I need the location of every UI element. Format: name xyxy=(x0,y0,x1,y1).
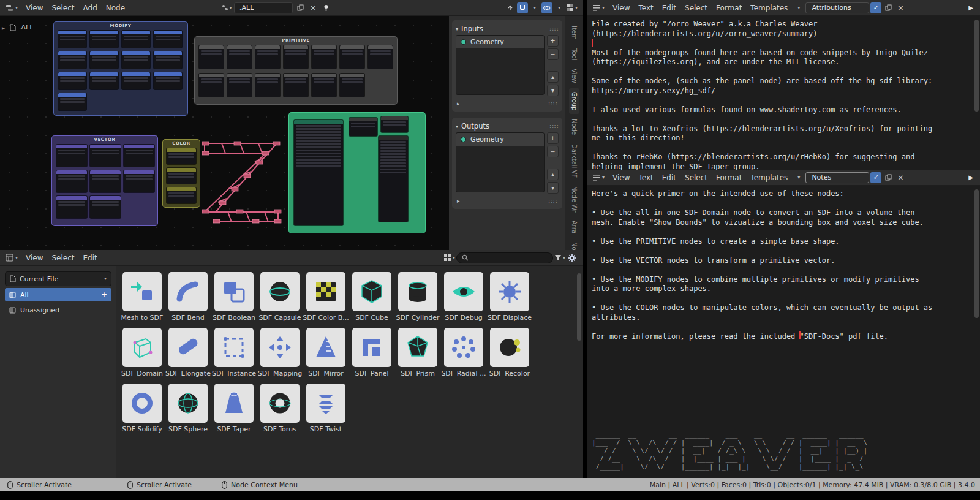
asset-sdf-panel[interactable]: SDF Panel xyxy=(352,328,391,377)
region-expand-arrow[interactable]: ▸ xyxy=(2,25,5,31)
node[interactable] xyxy=(227,74,252,97)
socket-list[interactable]: Geometry xyxy=(456,132,545,192)
sidebar-tab-tool[interactable]: Tool xyxy=(569,45,579,64)
asset-sdf-sphere[interactable]: SDF Sphere xyxy=(168,384,208,433)
asset-sdf-boolean[interactable]: SDF Boolean xyxy=(214,272,254,322)
node[interactable] xyxy=(381,116,408,132)
node[interactable] xyxy=(56,170,87,192)
editor-type-button[interactable]: ▾ xyxy=(590,172,607,183)
menu-text2-format[interactable]: Format xyxy=(712,172,746,184)
asset-sdf-radial[interactable]: SDF Radial ... xyxy=(444,328,483,377)
node[interactable] xyxy=(58,93,86,110)
scrollbar[interactable] xyxy=(974,189,979,318)
asset-sdf-debug[interactable]: SDF Debug xyxy=(444,272,483,322)
asset-sdf-instance[interactable]: SDF Instance xyxy=(214,328,254,377)
copy-icon[interactable] xyxy=(883,172,894,183)
menu-node-node[interactable]: Node xyxy=(102,2,129,14)
catalog-all[interactable]: All+ xyxy=(5,288,111,301)
menu-text1-format[interactable]: Format xyxy=(712,2,746,14)
add-catalog-button[interactable]: + xyxy=(101,290,107,299)
menu-text2-templates[interactable]: Templates xyxy=(746,172,792,184)
node[interactable] xyxy=(227,45,252,69)
menu-asset-edit[interactable]: Edit xyxy=(79,252,102,264)
drag-handle-icon[interactable]: ∷∷ xyxy=(549,123,559,130)
node[interactable] xyxy=(90,72,118,89)
node[interactable] xyxy=(124,170,154,192)
editor-type-button[interactable]: ▾ xyxy=(3,2,20,13)
add-socket-button[interactable]: + xyxy=(547,35,559,47)
socket-list[interactable]: Geometry xyxy=(456,35,545,95)
sidebar-tab-group[interactable]: Group xyxy=(569,88,579,114)
unlink-icon[interactable]: × xyxy=(307,2,318,13)
node-frame-primitive[interactable]: PRIMITIVE xyxy=(195,37,397,104)
node[interactable] xyxy=(255,74,280,97)
node-frame-vector[interactable]: VECTOR xyxy=(52,136,157,225)
menu-text1-edit[interactable]: Edit xyxy=(658,2,680,14)
menu-node-select[interactable]: Select xyxy=(48,2,79,14)
node[interactable] xyxy=(122,31,150,48)
asset-sdf-elongate[interactable]: SDF Elongate xyxy=(168,328,208,377)
node[interactable] xyxy=(90,170,121,192)
menu-text1-templates[interactable]: Templates xyxy=(746,2,792,14)
move-up-button[interactable]: ▴ xyxy=(547,169,559,180)
node[interactable] xyxy=(294,120,343,225)
asset-sdf-recolor[interactable]: SDF Recolor xyxy=(490,328,529,377)
node[interactable] xyxy=(154,51,182,69)
filter-button[interactable]: ▾ xyxy=(554,252,565,263)
asset-sdf-torus[interactable]: SDF Torus xyxy=(260,384,300,433)
text-datablock-name[interactable]: Notes xyxy=(805,172,869,183)
node[interactable] xyxy=(154,31,182,48)
run-script-button[interactable]: ▶ xyxy=(968,4,973,11)
copy-icon[interactable] xyxy=(883,2,894,13)
node[interactable] xyxy=(56,145,87,167)
sidebar-tab-node-wr[interactable]: Node Wr xyxy=(569,183,579,216)
menu-text1-view[interactable]: View xyxy=(608,2,634,14)
node-canvas[interactable]: ▸ .ALL MODIFYPRIMITIVEVECTORCOLOR xyxy=(0,16,449,250)
node[interactable] xyxy=(284,45,308,69)
text-datablock-name[interactable]: Attributions xyxy=(805,2,869,13)
scrollbar[interactable] xyxy=(577,273,581,341)
settings-button[interactable] xyxy=(567,252,578,263)
parent-tree-icon[interactable] xyxy=(505,2,516,13)
menu-text2-text[interactable]: Text xyxy=(635,172,658,184)
node[interactable] xyxy=(90,51,118,69)
node[interactable] xyxy=(90,196,121,218)
node[interactable] xyxy=(154,72,182,89)
display-mode-button[interactable]: ▾ xyxy=(443,252,455,263)
remove-socket-button[interactable]: − xyxy=(547,48,559,60)
menu-text2-view[interactable]: View xyxy=(608,172,634,184)
unlink-icon[interactable]: × xyxy=(895,2,906,13)
node-frame-color[interactable]: COLOR xyxy=(163,140,200,207)
node[interactable] xyxy=(340,45,364,69)
asset-search-input[interactable] xyxy=(456,252,553,263)
node-tree-name-field[interactable]: .ALL xyxy=(234,2,293,13)
node[interactable] xyxy=(90,31,118,48)
drag-handle-icon[interactable]: ∷∷ xyxy=(548,198,557,205)
node[interactable] xyxy=(167,188,196,203)
drag-handle-icon[interactable]: ∷∷ xyxy=(549,26,559,32)
menu-text2-edit[interactable]: Edit xyxy=(658,172,680,184)
asset-mesh-to-sdf[interactable]: Mesh to SDF xyxy=(123,272,162,322)
display-mode-button[interactable]: ▾ xyxy=(566,2,578,13)
node[interactable] xyxy=(58,72,86,89)
remove-socket-button[interactable]: − xyxy=(547,146,559,157)
socket-row-geometry[interactable]: Geometry xyxy=(456,36,544,48)
asset-sdf-prism[interactable]: SDF Prism xyxy=(398,328,437,377)
sidebar-tab-view[interactable]: View xyxy=(569,65,579,87)
asset-sdf-domain[interactable]: SDF Domain xyxy=(123,328,162,377)
overlays-dropdown[interactable]: ▾ xyxy=(554,2,565,13)
asset-sdf-mapping[interactable]: SDF Mapping xyxy=(260,328,300,377)
sidebar-tab-darktail-vf[interactable]: Darktail VF xyxy=(569,140,579,181)
unlink-icon[interactable]: × xyxy=(895,172,906,183)
sidebar-tab-arra[interactable]: Arra xyxy=(569,217,579,237)
asset-sdf-taper[interactable]: SDF Taper xyxy=(214,384,254,433)
node[interactable] xyxy=(167,148,196,164)
asset-sdf-bend[interactable]: SDF Bend xyxy=(168,272,208,322)
node[interactable] xyxy=(122,72,150,89)
z-node-art[interactable] xyxy=(197,134,290,232)
node[interactable] xyxy=(312,74,336,97)
move-up-button[interactable]: ▴ xyxy=(547,71,559,83)
catalog-unassigned[interactable]: Unassigned xyxy=(5,303,111,317)
sidebar-tab-item[interactable]: Item xyxy=(569,22,579,44)
node[interactable] xyxy=(255,45,280,69)
